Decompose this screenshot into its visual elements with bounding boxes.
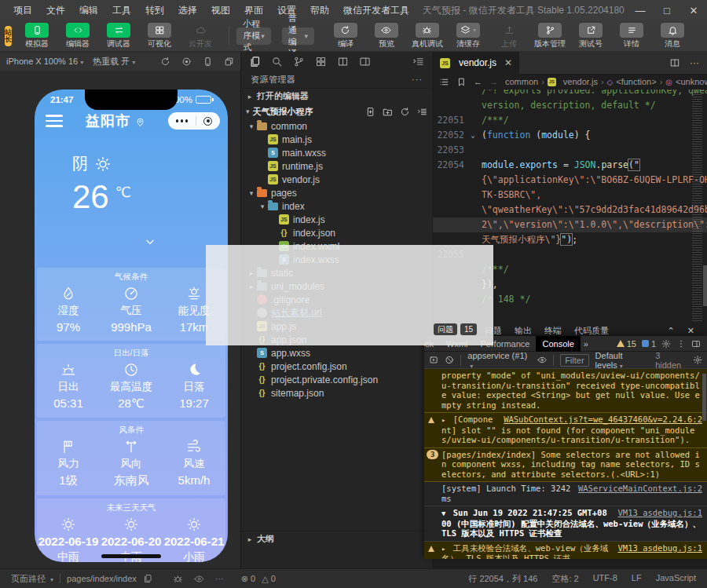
search-icon[interactable]: [271, 56, 283, 68]
collapse-all-icon[interactable]: [417, 107, 427, 117]
toolbar-button-code[interactable]: 编辑器: [57, 23, 98, 49]
collapse-sidebar-icon[interactable]: [412, 56, 424, 68]
exit-icon[interactable]: [203, 117, 212, 126]
tree-item[interactable]: {} index.json: [241, 226, 432, 239]
close-panel-icon[interactable]: ✕: [687, 326, 694, 336]
phone-icon[interactable]: [203, 56, 213, 67]
open-editors-section[interactable]: ▸ 打开的编辑器: [241, 88, 432, 104]
menu-item[interactable]: 项目: [6, 0, 39, 20]
statusbar-item[interactable]: LF: [632, 573, 642, 585]
menu-item[interactable]: 转到: [138, 0, 171, 20]
git-branch-icon[interactable]: [293, 56, 305, 68]
grid-icon[interactable]: [315, 56, 327, 68]
mode-select[interactable]: 小程序模式▾: [236, 27, 271, 45]
toolbar-button-eye[interactable]: 预览: [366, 23, 407, 49]
clear-console-icon[interactable]: [445, 355, 454, 365]
page-path-select[interactable]: 页面路径 ▾: [11, 573, 53, 585]
console-message[interactable]: WAServiceMainContext.js:2 [system] Launc…: [424, 482, 707, 506]
tree-item[interactable]: JS vendor.js: [241, 173, 432, 186]
new-folder-icon[interactable]: [383, 107, 393, 117]
eye-icon[interactable]: [537, 355, 547, 365]
more-icon[interactable]: [176, 119, 189, 122]
toolbar-button-branch[interactable]: 版本管理: [529, 23, 570, 49]
extensions-icon[interactable]: [359, 56, 371, 68]
windows-icon[interactable]: [224, 56, 234, 67]
source-link[interactable]: VM13 asdebug.js:1: [618, 508, 702, 518]
refresh-icon[interactable]: [160, 56, 170, 67]
tree-item[interactable]: JS index.js: [241, 213, 432, 226]
panel-tab[interactable]: 输出: [515, 325, 532, 337]
split-editor-icon[interactable]: [669, 57, 680, 68]
expand-chevron[interactable]: [72, 236, 228, 247]
toolbar-button-upload[interactable]: 上传: [489, 23, 529, 49]
outline-section[interactable]: ▸ 大纲: [241, 531, 432, 546]
panel-tab[interactable]: 终端: [544, 325, 562, 337]
more-icon[interactable]: ···: [215, 574, 224, 584]
bookmark-icon[interactable]: [456, 77, 467, 87]
menu-item[interactable]: 帮助: [303, 0, 336, 20]
toolbar-button-cloud[interactable]: 云开发: [180, 23, 221, 49]
collapse-panel-icon[interactable]: ⌃: [668, 326, 675, 336]
close-icon[interactable]: ✕: [504, 57, 512, 68]
window-icon[interactable]: [337, 56, 349, 68]
minimap[interactable]: [692, 89, 702, 360]
city-title[interactable]: 益阳市: [63, 111, 168, 130]
menu-icon[interactable]: [46, 111, 63, 130]
toolbar-button-external[interactable]: 测试号: [570, 23, 611, 49]
statusbar-item[interactable]: 空格: 2: [551, 573, 578, 585]
capsule-button[interactable]: [168, 112, 220, 130]
menu-item[interactable]: 工具: [105, 0, 138, 20]
breadcrumb-item[interactable]: JSvendor.js: [548, 77, 598, 86]
tree-item[interactable]: S main.wxss: [241, 146, 432, 159]
expand-icon[interactable]: ▸: [441, 545, 445, 553]
refresh-icon[interactable]: [400, 107, 410, 117]
tree-item[interactable]: {} project.config.json: [241, 360, 432, 373]
more-icon[interactable]: ···: [412, 75, 423, 84]
menu-item[interactable]: 选择: [171, 0, 204, 20]
toolbar-button-grid[interactable]: 可视化: [139, 23, 180, 49]
source-link[interactable]: WAServiceMainContext.js:2: [578, 484, 702, 494]
tab-vendor-js[interactable]: JS vendor.js ✕: [433, 52, 519, 74]
maximize-button[interactable]: □: [654, 0, 680, 20]
menu-item[interactable]: 微信开发者工具: [336, 0, 416, 20]
tree-item[interactable]: {} project.private.config.json: [241, 373, 432, 386]
expand-icon[interactable]: ▼: [441, 509, 445, 517]
tree-item[interactable]: ▾ index: [241, 199, 432, 213]
tree-item[interactable]: JS runtime.js: [241, 159, 432, 173]
project-root-row[interactable]: ▾ 天气预报小程序: [241, 104, 432, 119]
toolbar-button-refresh[interactable]: 编译: [325, 23, 366, 49]
files-icon[interactable]: [249, 56, 261, 68]
toolbar-button-layers[interactable]: ▾ 清缓存: [448, 23, 489, 49]
toolbar-button-bug[interactable]: 真机调试: [407, 23, 448, 49]
toolbar-button-phone[interactable]: 模拟器: [16, 23, 57, 49]
problem-counts[interactable]: ⊗ 0 △ 0: [241, 574, 276, 584]
close-button[interactable]: ✕: [680, 0, 707, 20]
debugger-tab-console[interactable]: Console: [536, 336, 580, 352]
statusbar-item[interactable]: UTF-8: [593, 573, 617, 585]
eye-icon[interactable]: [194, 574, 204, 584]
back-icon[interactable]: ←: [474, 77, 482, 86]
console-info-count[interactable]: 1: [642, 339, 656, 349]
console-message[interactable]: property "mode" of "uni_modules/uview-ui…: [424, 369, 707, 413]
toolbar-button-lines[interactable]: 详情: [611, 23, 652, 49]
tree-item[interactable]: S app.wxss: [241, 346, 432, 360]
more-tabs-icon[interactable]: »: [581, 339, 592, 349]
source-link[interactable]: WASubContext.js?t=we_46437460&v=2.24.6:2: [504, 415, 702, 425]
source-link[interactable]: VM13 asdebug.js:1: [618, 543, 702, 553]
fold-icon[interactable]: ⌄: [467, 128, 478, 143]
gear-icon[interactable]: [693, 355, 702, 365]
toolbar-button-bell[interactable]: 消息: [652, 23, 693, 49]
compile-select[interactable]: 普通编译▾: [282, 27, 314, 45]
outline-icon[interactable]: [439, 77, 449, 87]
console-scrollbar[interactable]: [702, 374, 706, 421]
bug-icon[interactable]: [173, 574, 183, 584]
forward-icon[interactable]: →: [489, 77, 498, 86]
expand-icon[interactable]: ▸: [441, 416, 445, 424]
console-message[interactable]: VM13 asdebug.js:1 ▼ Sun Jun 19 2022 21:4…: [424, 506, 707, 542]
console-message[interactable]: WASubContext.js?t=we_46437460&v=2.24.6:2…: [424, 413, 707, 448]
statusbar-item[interactable]: JavaScript: [656, 573, 696, 585]
tree-item[interactable]: ▾ pages: [241, 186, 432, 199]
editor-scrollbar[interactable]: [703, 265, 707, 306]
filter-input[interactable]: Filter: [560, 354, 588, 367]
hot-reload-select[interactable]: 热重载 开▾: [93, 56, 135, 68]
